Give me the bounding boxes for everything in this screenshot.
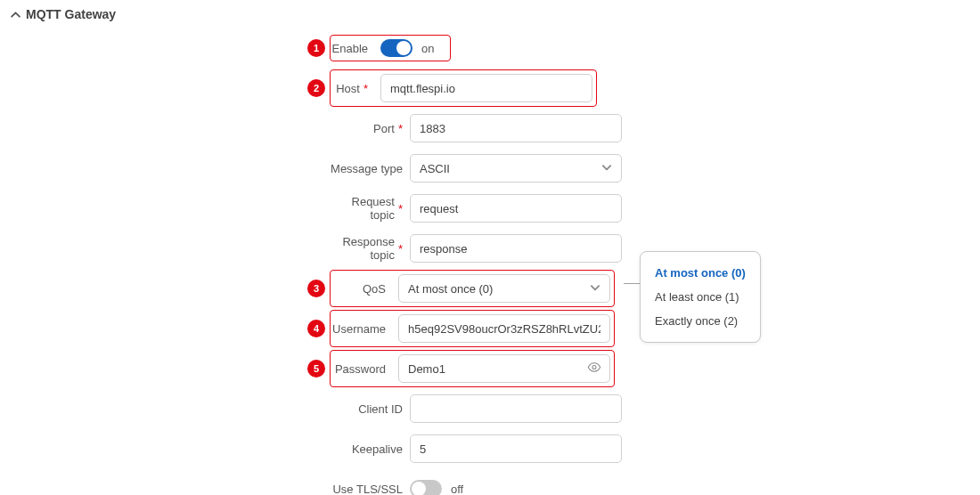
step-badge-4: 4 [307, 320, 325, 337]
host-label: Host* [331, 82, 375, 95]
chevron-down-icon [590, 282, 600, 296]
tls-label: Use TLS/SSL [330, 483, 410, 496]
section-title: MQTT Gateway [26, 7, 116, 21]
step-badge-3: 3 [307, 280, 325, 297]
highlight-box-host: Host* [330, 69, 597, 107]
qos-option-2[interactable]: Exactly once (2) [653, 309, 747, 333]
username-label: Username [331, 322, 393, 336]
highlight-box-qos: QoS At most once (0) [330, 270, 615, 307]
request-topic-input[interactable] [410, 194, 622, 223]
qos-select[interactable]: At most once (0) [398, 274, 610, 303]
highlight-box-enable: Enable on [330, 35, 451, 61]
row-response-topic: Response topic* [0, 232, 980, 264]
response-topic-input[interactable] [410, 234, 622, 263]
form-area: 1 Enable on 2 Host* Port* [0, 28, 980, 495]
port-input[interactable] [410, 114, 622, 142]
tls-state-text: off [451, 483, 463, 496]
response-topic-label: Response topic* [330, 235, 410, 262]
enable-state-text: on [421, 42, 434, 55]
qos-value: At most once (0) [408, 282, 590, 296]
password-label: Password [331, 362, 393, 376]
row-keepalive: Keepalive [0, 433, 980, 465]
row-tls: Use TLS/SSL off [0, 473, 980, 495]
password-input[interactable] [398, 354, 610, 383]
highlight-box-password: Password [330, 350, 615, 387]
message-type-label: Message type [330, 162, 410, 175]
row-host: 2 Host* [0, 72, 980, 104]
qos-label: QoS [331, 282, 393, 296]
row-password: 5 Password [0, 353, 980, 385]
qos-dropdown-popup: At most once (0) At least once (1) Exact… [640, 251, 761, 343]
qos-option-1[interactable]: At least once (1) [653, 285, 747, 309]
highlight-box-username: Username [330, 310, 615, 347]
row-port: Port* [0, 112, 980, 144]
step-badge-1: 1 [307, 39, 325, 57]
client-id-label: Client ID [330, 402, 410, 416]
enable-toggle[interactable] [380, 39, 412, 57]
qos-connector [624, 283, 640, 284]
message-type-select[interactable]: ASCII [410, 154, 622, 183]
client-id-input[interactable] [410, 394, 622, 423]
eye-icon[interactable] [587, 361, 601, 377]
message-type-value: ASCII [420, 162, 601, 175]
row-username: 4 Username [0, 312, 980, 345]
row-client-id: Client ID [0, 393, 980, 425]
step-badge-2: 2 [307, 79, 325, 97]
row-qos: 3 QoS At most once (0) [0, 272, 980, 304]
keepalive-label: Keepalive [330, 442, 410, 456]
row-enable: 1 Enable on [0, 32, 980, 64]
chevron-down-icon [601, 162, 612, 175]
request-topic-label: Request topic* [330, 195, 410, 222]
enable-label: Enable [331, 42, 375, 55]
host-input[interactable] [380, 74, 592, 102]
chevron-up-icon [11, 10, 20, 20]
keepalive-input[interactable] [410, 434, 622, 463]
qos-option-0[interactable]: At most once (0) [653, 261, 747, 285]
username-input[interactable] [398, 314, 610, 343]
row-message-type: Message type ASCII [0, 152, 980, 184]
section-header[interactable]: MQTT Gateway [0, 0, 980, 28]
row-request-topic: Request topic* [0, 192, 980, 224]
port-label: Port* [330, 122, 410, 135]
tls-toggle[interactable] [410, 480, 442, 495]
step-badge-5: 5 [307, 360, 325, 377]
svg-point-0 [592, 366, 596, 369]
